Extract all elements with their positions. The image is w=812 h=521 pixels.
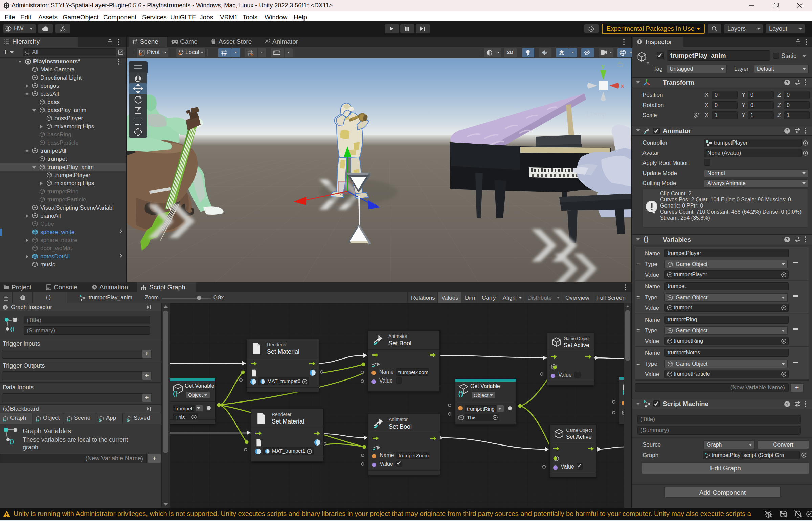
svg-text:?: ? (786, 237, 789, 242)
svg-text:⟨⟩: ⟨⟩ (3, 418, 6, 422)
svg-text:⟨⟩: ⟨⟩ (67, 418, 70, 422)
svg-text:⟨ Persp: ⟨ Persp (586, 111, 606, 118)
svg-text:⟨⟩: ⟨⟩ (9, 438, 14, 444)
svg-text:?: ? (786, 401, 789, 407)
svg-text:x: x (621, 83, 624, 89)
svg-text:?: ? (786, 80, 789, 85)
svg-text:?: ? (786, 128, 789, 133)
svg-text:⟨⟩: ⟨⟩ (99, 418, 102, 422)
svg-text:⟨⟩: ⟨⟩ (10, 326, 14, 332)
svg-text:Y: Y (224, 53, 226, 56)
svg-text:⟨⟩: ⟨⟩ (36, 418, 39, 422)
svg-text:y: y (602, 63, 605, 69)
svg-text:⟨⟩: ⟨⟩ (173, 390, 178, 397)
svg-text:⟨⟩: ⟨⟩ (458, 390, 464, 397)
svg-text:⟨⟩: ⟨⟩ (127, 418, 130, 422)
